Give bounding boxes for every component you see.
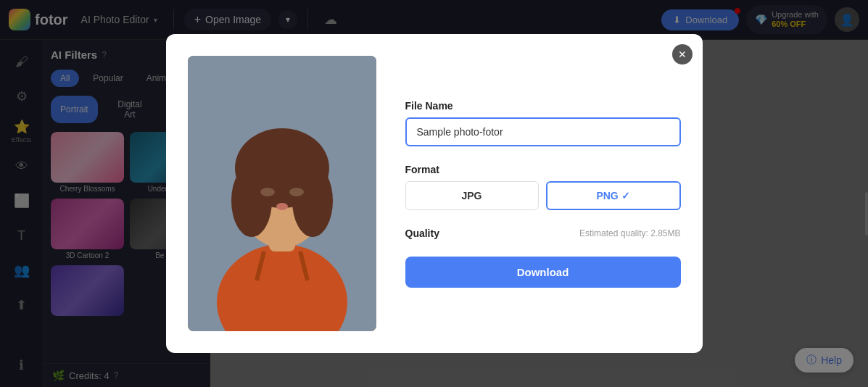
file-name-input[interactable] [405, 117, 681, 146]
file-name-field: File Name [405, 100, 681, 146]
download-main-button[interactable]: Download [405, 257, 681, 288]
quality-row: Quality Estimated quality: 2.85MB [405, 228, 681, 239]
modal-close-button[interactable]: ✕ [672, 44, 693, 64]
svg-point-9 [276, 203, 288, 210]
close-icon: ✕ [678, 49, 687, 60]
quality-estimate: Estimated quality: 2.85MB [579, 228, 680, 238]
modal-form: File Name Format JPG PNG ✓ Quality Estim… [405, 100, 681, 288]
file-name-label: File Name [405, 100, 681, 112]
portrait-image-wrap [188, 56, 376, 331]
portrait-image [188, 56, 376, 331]
format-field: Format JPG PNG ✓ [405, 164, 681, 210]
quality-label: Quality [405, 228, 439, 239]
svg-point-5 [231, 165, 272, 237]
format-jpg-button[interactable]: JPG [405, 181, 539, 210]
format-label: Format [405, 164, 681, 175]
svg-point-7 [260, 188, 275, 196]
download-modal: ✕ [166, 34, 703, 353]
format-options: JPG PNG ✓ [405, 181, 681, 210]
svg-point-6 [292, 165, 333, 237]
download-main-label: Download [517, 266, 569, 278]
format-png-button[interactable]: PNG ✓ [546, 181, 681, 210]
svg-point-8 [289, 188, 304, 196]
